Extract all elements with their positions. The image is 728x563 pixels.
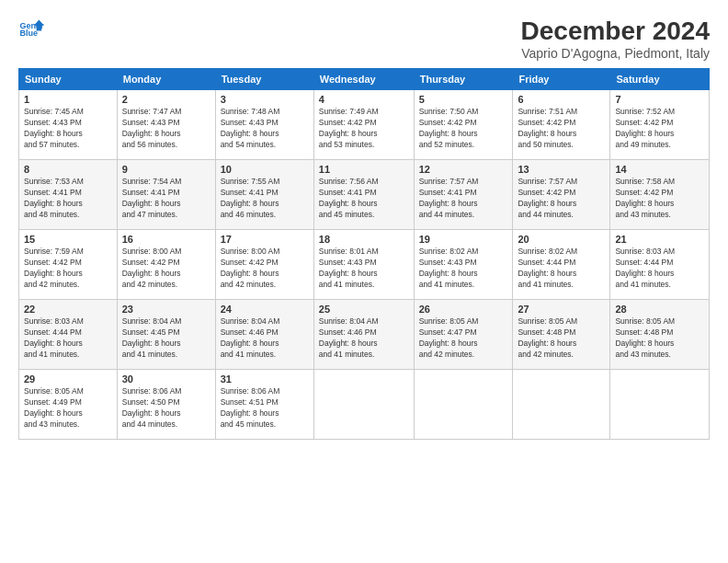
day-number: 12 bbox=[419, 164, 508, 175]
calendar-cell bbox=[313, 370, 414, 440]
day-info: Sunrise: 8:03 AM Sunset: 4:44 PM Dayligh… bbox=[24, 316, 112, 361]
calendar-cell: 15Sunrise: 7:59 AM Sunset: 4:42 PM Dayli… bbox=[19, 230, 118, 300]
weekday-friday: Friday bbox=[513, 69, 610, 90]
calendar-cell: 16Sunrise: 8:00 AM Sunset: 4:42 PM Dayli… bbox=[117, 230, 215, 300]
day-info: Sunrise: 8:05 AM Sunset: 4:47 PM Dayligh… bbox=[419, 316, 508, 361]
calendar-row-2: 8Sunrise: 7:53 AM Sunset: 4:41 PM Daylig… bbox=[19, 160, 710, 230]
day-info: Sunrise: 8:05 AM Sunset: 4:48 PM Dayligh… bbox=[615, 316, 704, 361]
calendar-cell: 9Sunrise: 7:54 AM Sunset: 4:41 PM Daylig… bbox=[117, 160, 215, 230]
day-info: Sunrise: 8:02 AM Sunset: 4:43 PM Dayligh… bbox=[419, 247, 508, 291]
calendar-cell: 12Sunrise: 7:57 AM Sunset: 4:41 PM Dayli… bbox=[414, 160, 513, 230]
calendar-cell: 29Sunrise: 8:05 AM Sunset: 4:49 PM Dayli… bbox=[19, 370, 118, 440]
day-info: Sunrise: 8:05 AM Sunset: 4:49 PM Dayligh… bbox=[24, 386, 112, 431]
calendar-cell: 5Sunrise: 7:50 AM Sunset: 4:42 PM Daylig… bbox=[414, 90, 513, 160]
calendar-cell: 17Sunrise: 8:00 AM Sunset: 4:42 PM Dayli… bbox=[215, 230, 313, 300]
calendar-cell: 10Sunrise: 7:55 AM Sunset: 4:41 PM Dayli… bbox=[215, 160, 313, 230]
day-number: 11 bbox=[319, 164, 409, 175]
main-title: December 2024 bbox=[521, 17, 710, 46]
day-number: 10 bbox=[221, 164, 309, 175]
day-info: Sunrise: 7:59 AM Sunset: 4:42 PM Dayligh… bbox=[24, 247, 112, 291]
day-info: Sunrise: 7:53 AM Sunset: 4:41 PM Dayligh… bbox=[24, 177, 112, 221]
day-info: Sunrise: 7:55 AM Sunset: 4:41 PM Dayligh… bbox=[221, 177, 309, 221]
calendar-cell: 11Sunrise: 7:56 AM Sunset: 4:41 PM Dayli… bbox=[313, 160, 414, 230]
day-number: 3 bbox=[221, 94, 309, 105]
calendar-row-3: 15Sunrise: 7:59 AM Sunset: 4:42 PM Dayli… bbox=[19, 230, 710, 300]
day-number: 20 bbox=[518, 234, 605, 245]
day-info: Sunrise: 8:04 AM Sunset: 4:45 PM Dayligh… bbox=[122, 316, 210, 361]
day-number: 9 bbox=[122, 164, 210, 175]
calendar-cell: 28Sunrise: 8:05 AM Sunset: 4:48 PM Dayli… bbox=[610, 300, 710, 370]
day-info: Sunrise: 8:02 AM Sunset: 4:44 PM Dayligh… bbox=[518, 247, 605, 291]
subtitle: Vaprio D'Agogna, Piedmont, Italy bbox=[521, 46, 710, 61]
day-info: Sunrise: 8:04 AM Sunset: 4:46 PM Dayligh… bbox=[319, 316, 409, 361]
calendar-cell: 25Sunrise: 8:04 AM Sunset: 4:46 PM Dayli… bbox=[313, 300, 414, 370]
day-number: 14 bbox=[615, 164, 704, 175]
day-number: 26 bbox=[419, 304, 508, 315]
calendar-row-4: 22Sunrise: 8:03 AM Sunset: 4:44 PM Dayli… bbox=[19, 300, 710, 370]
weekday-header-row: SundayMondayTuesdayWednesdayThursdayFrid… bbox=[19, 69, 710, 90]
day-number: 7 bbox=[615, 94, 704, 105]
calendar-cell: 31Sunrise: 8:06 AM Sunset: 4:51 PM Dayli… bbox=[215, 370, 313, 440]
svg-text:Blue: Blue bbox=[19, 29, 38, 38]
weekday-saturday: Saturday bbox=[610, 69, 710, 90]
day-number: 1 bbox=[24, 94, 112, 105]
day-number: 28 bbox=[615, 304, 704, 315]
page: General Blue December 2024 Vaprio D'Agog… bbox=[0, 0, 728, 563]
day-number: 31 bbox=[221, 373, 309, 385]
calendar-row-5: 29Sunrise: 8:05 AM Sunset: 4:49 PM Dayli… bbox=[19, 370, 710, 440]
calendar-cell: 6Sunrise: 7:51 AM Sunset: 4:42 PM Daylig… bbox=[513, 90, 610, 160]
calendar-body: 1Sunrise: 7:45 AM Sunset: 4:43 PM Daylig… bbox=[19, 90, 710, 440]
calendar-cell: 13Sunrise: 7:57 AM Sunset: 4:42 PM Dayli… bbox=[513, 160, 610, 230]
day-info: Sunrise: 7:47 AM Sunset: 4:43 PM Dayligh… bbox=[122, 107, 210, 151]
weekday-thursday: Thursday bbox=[414, 69, 513, 90]
calendar-cell: 26Sunrise: 8:05 AM Sunset: 4:47 PM Dayli… bbox=[414, 300, 513, 370]
day-info: Sunrise: 8:04 AM Sunset: 4:46 PM Dayligh… bbox=[221, 316, 309, 361]
logo-icon: General Blue bbox=[18, 17, 44, 42]
calendar-cell bbox=[513, 370, 610, 440]
calendar-cell: 2Sunrise: 7:47 AM Sunset: 4:43 PM Daylig… bbox=[117, 90, 215, 160]
weekday-wednesday: Wednesday bbox=[313, 69, 414, 90]
calendar-cell: 18Sunrise: 8:01 AM Sunset: 4:43 PM Dayli… bbox=[313, 230, 414, 300]
day-number: 29 bbox=[24, 373, 112, 385]
calendar-cell: 23Sunrise: 8:04 AM Sunset: 4:45 PM Dayli… bbox=[117, 300, 215, 370]
calendar-cell: 8Sunrise: 7:53 AM Sunset: 4:41 PM Daylig… bbox=[19, 160, 118, 230]
day-info: Sunrise: 7:45 AM Sunset: 4:43 PM Dayligh… bbox=[24, 107, 112, 151]
calendar-cell: 4Sunrise: 7:49 AM Sunset: 4:42 PM Daylig… bbox=[313, 90, 414, 160]
header: General Blue December 2024 Vaprio D'Agog… bbox=[18, 17, 710, 61]
weekday-tuesday: Tuesday bbox=[215, 69, 313, 90]
day-info: Sunrise: 8:00 AM Sunset: 4:42 PM Dayligh… bbox=[221, 247, 309, 291]
day-info: Sunrise: 7:51 AM Sunset: 4:42 PM Dayligh… bbox=[518, 107, 605, 151]
day-info: Sunrise: 8:06 AM Sunset: 4:51 PM Dayligh… bbox=[221, 386, 309, 431]
day-number: 22 bbox=[24, 304, 112, 315]
day-number: 21 bbox=[615, 234, 704, 245]
day-info: Sunrise: 7:48 AM Sunset: 4:43 PM Dayligh… bbox=[221, 107, 309, 151]
day-number: 30 bbox=[122, 373, 210, 385]
day-info: Sunrise: 7:52 AM Sunset: 4:42 PM Dayligh… bbox=[615, 107, 704, 151]
calendar-cell bbox=[610, 370, 710, 440]
weekday-monday: Monday bbox=[117, 69, 215, 90]
day-info: Sunrise: 7:56 AM Sunset: 4:41 PM Dayligh… bbox=[319, 177, 409, 221]
day-number: 2 bbox=[122, 94, 210, 105]
day-number: 4 bbox=[319, 94, 409, 105]
day-number: 8 bbox=[24, 164, 112, 175]
calendar-cell: 27Sunrise: 8:05 AM Sunset: 4:48 PM Dayli… bbox=[513, 300, 610, 370]
day-number: 15 bbox=[24, 234, 112, 245]
calendar-cell: 24Sunrise: 8:04 AM Sunset: 4:46 PM Dayli… bbox=[215, 300, 313, 370]
day-info: Sunrise: 7:49 AM Sunset: 4:42 PM Dayligh… bbox=[319, 107, 409, 151]
calendar-table: SundayMondayTuesdayWednesdayThursdayFrid… bbox=[18, 68, 710, 440]
calendar-cell: 1Sunrise: 7:45 AM Sunset: 4:43 PM Daylig… bbox=[19, 90, 118, 160]
calendar-cell: 19Sunrise: 8:02 AM Sunset: 4:43 PM Dayli… bbox=[414, 230, 513, 300]
calendar-cell: 14Sunrise: 7:58 AM Sunset: 4:42 PM Dayli… bbox=[610, 160, 710, 230]
day-number: 6 bbox=[518, 94, 605, 105]
day-number: 23 bbox=[122, 304, 210, 315]
calendar-cell: 21Sunrise: 8:03 AM Sunset: 4:44 PM Dayli… bbox=[610, 230, 710, 300]
day-number: 13 bbox=[518, 164, 605, 175]
calendar-cell: 7Sunrise: 7:52 AM Sunset: 4:42 PM Daylig… bbox=[610, 90, 710, 160]
day-number: 18 bbox=[319, 234, 409, 245]
day-info: Sunrise: 8:01 AM Sunset: 4:43 PM Dayligh… bbox=[319, 247, 409, 291]
calendar-cell: 3Sunrise: 7:48 AM Sunset: 4:43 PM Daylig… bbox=[215, 90, 313, 160]
day-info: Sunrise: 8:03 AM Sunset: 4:44 PM Dayligh… bbox=[615, 247, 704, 291]
calendar-cell: 30Sunrise: 8:06 AM Sunset: 4:50 PM Dayli… bbox=[117, 370, 215, 440]
day-number: 25 bbox=[319, 304, 409, 315]
calendar-cell: 22Sunrise: 8:03 AM Sunset: 4:44 PM Dayli… bbox=[19, 300, 118, 370]
